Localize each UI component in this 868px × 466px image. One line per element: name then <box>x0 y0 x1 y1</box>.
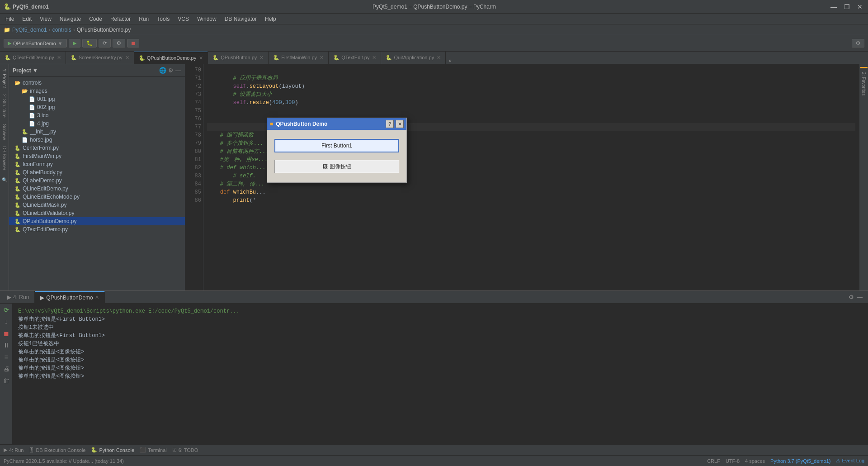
line-num-85: 85 <box>185 188 201 196</box>
close-pushbutton-tab[interactable]: ✕ <box>95 295 99 300</box>
tree-item-0[interactable]: 📂controls <box>9 79 185 87</box>
breadcrumb-item-0[interactable]: PyQt5_demo1 <box>12 27 47 33</box>
close-tab-1[interactable]: ✕ <box>125 55 129 61</box>
status-crlf[interactable]: CRLF <box>707 458 720 464</box>
menu-item-help[interactable]: Help <box>261 15 280 23</box>
menu-item-window[interactable]: Window <box>193 15 220 23</box>
tree-item-12[interactable]: 🐍QLabelDemo.py <box>9 176 185 185</box>
run-scroll-btn[interactable]: ≡ <box>2 352 11 361</box>
tree-item-5[interactable]: 📄4.jpg <box>9 119 185 128</box>
run-trash-btn[interactable]: 🗑 <box>2 376 11 385</box>
run-down-btn[interactable]: ↓ <box>2 317 11 326</box>
tree-item-11[interactable]: 🐍QLabelBuddy.py <box>9 168 185 176</box>
close-tab-5[interactable]: ✕ <box>372 55 376 61</box>
editor-tab-6[interactable]: 🐍QuitApplication.py✕ <box>381 52 446 64</box>
editor-tab-5[interactable]: 🐍QTextEdit.py✕ <box>329 52 381 64</box>
bottom-tab-run[interactable]: ▶ 4: Run <box>2 291 35 304</box>
run-output[interactable]: E:\venvs\PyQt5_demo1\Scripts\python.exe … <box>13 304 868 444</box>
settings-button[interactable]: ⚙ <box>113 39 125 48</box>
bottom-settings-icon[interactable]: ⚙ <box>849 294 854 300</box>
editor-tab-2[interactable]: 🐍QPushButtonDemo.py✕ <box>134 52 208 64</box>
tree-item-13[interactable]: 🐍QLineEditDemo.py <box>9 185 185 193</box>
tabs-more-button[interactable]: » <box>446 57 454 64</box>
close-tab-0[interactable]: ✕ <box>57 55 61 61</box>
tree-item-18[interactable]: 🐍QTextEditDemo.py <box>9 225 185 233</box>
bottombar-tab-1[interactable]: 🗄DB Execution Console <box>29 447 85 453</box>
tree-action-cog[interactable]: ⚙ <box>168 67 174 74</box>
dialog-help-btn[interactable]: ? <box>386 120 394 128</box>
sidebar-project-tab[interactable]: 1: Project <box>1 66 8 90</box>
minimize-button[interactable]: — <box>829 3 839 10</box>
menu-item-navigate[interactable]: Navigate <box>56 15 85 23</box>
run-restart-btn[interactable]: ⟳ <box>2 305 11 314</box>
tree-item-17[interactable]: 🐍QPushButtonDemo.py <box>9 217 185 225</box>
maximize-button[interactable]: ❐ <box>842 3 852 10</box>
tree-item-10[interactable]: 🐍IconForm.py <box>9 160 185 168</box>
dialog-close-btn[interactable]: ✕ <box>396 120 404 128</box>
tree-item-1[interactable]: 📂images <box>9 87 185 95</box>
dialog-btn1[interactable]: First Button1 <box>274 139 399 152</box>
bottom-tab-pushbutton[interactable]: ▶ QPushButtonDemo ✕ <box>35 291 104 304</box>
tree-item-15[interactable]: 🐍QLineEditMask.py <box>9 201 185 209</box>
bottombar-tab-2[interactable]: 🐍Python Console <box>91 447 134 453</box>
breadcrumb-project[interactable]: 📁 <box>4 27 10 33</box>
run-stop-btn[interactable]: ◼ <box>2 329 11 338</box>
breadcrumb-item-2[interactable]: QPushButtonDemo.py <box>77 27 131 33</box>
tree-item-7[interactable]: 📄horse.jpg <box>9 136 185 144</box>
menu-item-code[interactable]: Code <box>85 15 106 23</box>
tree-action-hide[interactable]: — <box>175 67 181 74</box>
menu-item-view[interactable]: View <box>36 15 55 23</box>
tree-item-2[interactable]: 📄001.jpg <box>9 95 185 103</box>
refresh-button[interactable]: ⟳ <box>99 39 111 48</box>
sidebar-search-tab[interactable]: 🔍 <box>1 174 8 185</box>
menu-item-vcs[interactable]: VCS <box>174 15 193 23</box>
editor-tab-1[interactable]: 🐍ScreenGeometry.py✕ <box>66 52 134 64</box>
tree-item-14[interactable]: 🐍QLineEditEchoMode.py <box>9 193 185 201</box>
close-tab-6[interactable]: ✕ <box>437 55 441 61</box>
editor-tab-3[interactable]: 🐍QPushButton.py✕ <box>208 52 269 64</box>
sidebar-structure-tab[interactable]: 2: Structure <box>1 91 8 120</box>
bottombar-tab-3[interactable]: ⬛Terminal <box>140 447 167 453</box>
debug-button[interactable]: 🐛 <box>82 39 97 48</box>
tree-item-8[interactable]: 🐍CenterForm.py <box>9 144 185 152</box>
run-config-dropdown[interactable]: ▶ QPushButtonDemo ▼ <box>4 39 67 48</box>
stop-button[interactable]: ◼ <box>127 39 139 48</box>
run-button[interactable]: ▶ <box>69 39 80 48</box>
close-tab-2[interactable]: ✕ <box>199 55 203 61</box>
file-tree-content: 📂controls📂images📄001.jpg📄002.jpg📄3.ico📄4… <box>9 77 185 290</box>
right-sidebar-bookmarks[interactable]: 2: Favorites <box>860 70 867 97</box>
close-tab-3[interactable]: ✕ <box>259 55 264 61</box>
status-update[interactable]: PyCharm 2020.1.5 available: // Update...… <box>4 458 124 464</box>
menu-item-file[interactable]: File <box>2 15 18 23</box>
status-indent[interactable]: 4 spaces <box>745 458 765 464</box>
tree-item-3[interactable]: 📄002.jpg <box>9 103 185 111</box>
close-tab-4[interactable]: ✕ <box>320 55 324 61</box>
status-encoding[interactable]: UTF-8 <box>726 458 740 464</box>
bottom-hide-icon[interactable]: — <box>857 294 863 300</box>
tree-item-9[interactable]: 🐍FirstMainWin.py <box>9 152 185 160</box>
breadcrumb-item-1[interactable]: controls <box>52 27 71 33</box>
sidebar-scvview-tab[interactable]: SciView <box>1 121 8 143</box>
bottombar-tab-4[interactable]: ☑6: TODO <box>172 447 198 453</box>
status-python[interactable]: Python 3.7 (PyQt5_demo1) <box>770 458 830 464</box>
menu-item-edit[interactable]: Edit <box>19 15 35 23</box>
menu-item-refactor[interactable]: Refactor <box>107 15 134 23</box>
close-button[interactable]: ✕ <box>855 3 864 10</box>
menu-item-tools[interactable]: Tools <box>153 15 173 23</box>
editor-tab-0[interactable]: 🐍QTextEditDemo.py✕ <box>0 52 66 64</box>
menu-item-db-navigator[interactable]: DB Navigator <box>221 15 260 23</box>
dialog-btn2[interactable]: 🖼 图像按钮 <box>274 160 399 173</box>
tree-item-6[interactable]: 🐍__init__.py <box>9 128 185 136</box>
tree-action-globe[interactable]: 🌐 <box>159 67 166 74</box>
bottombar-tab-0[interactable]: ▶4: Run <box>4 447 24 453</box>
run-pause-btn[interactable]: ⏸ <box>2 341 11 350</box>
run-print-btn[interactable]: 🖨 <box>2 364 11 373</box>
status-eventlog[interactable]: ⚠ Event Log <box>836 458 864 464</box>
settings-gear-button[interactable]: ⚙ <box>852 39 864 48</box>
tree-item-16[interactable]: 🐍QLineEditValidator.py <box>9 209 185 217</box>
menu-item-run[interactable]: Run <box>135 15 152 23</box>
tree-item-4[interactable]: 📄3.ico <box>9 111 185 119</box>
sidebar-dbnavigator-tab[interactable]: DB Browser <box>1 143 8 173</box>
dialog-titlebar[interactable]: ■ QPushButton Demo ? ✕ <box>267 118 406 130</box>
editor-tab-4[interactable]: 🐍FirstMainWin.py✕ <box>269 52 329 64</box>
